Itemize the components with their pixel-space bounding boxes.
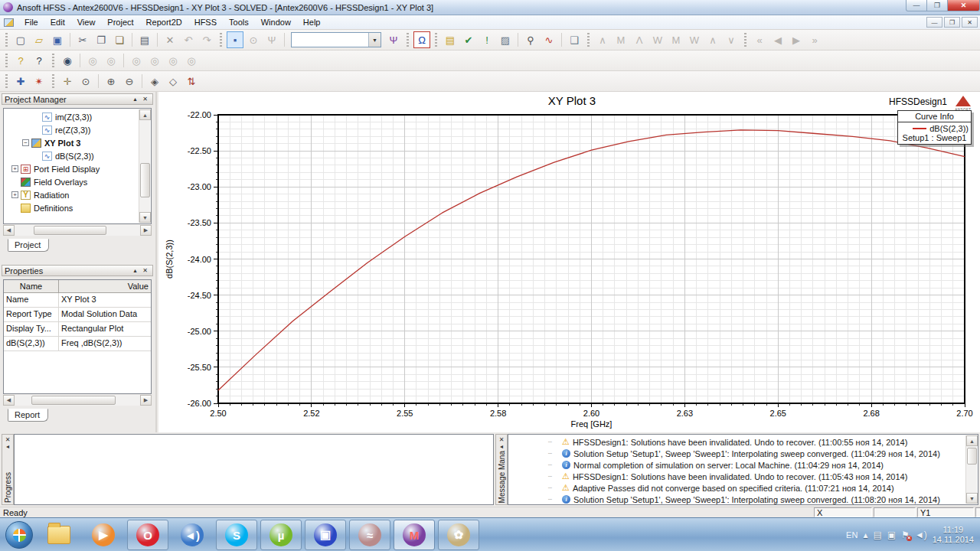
action-center-flag-icon[interactable]: ⚑✕ — [901, 530, 910, 540]
message-item[interactable]: ┄⚠HFSSDesign1: Solutions have been inval… — [508, 471, 978, 482]
message-item[interactable]: ┄iSolution Setup 'Setup1', Sweep 'Sweep1… — [508, 448, 978, 459]
tree-item-xy-plot-3[interactable]: −XY Plot 3 — [4, 136, 151, 149]
clipboard-tray-icon[interactable]: ▤ — [873, 530, 881, 540]
cut-button[interactable]: ✂ — [74, 31, 91, 48]
copy-button[interactable]: ❐ — [93, 31, 109, 48]
project-tree-vertical-scrollbar[interactable]: ▲ ▼ — [139, 109, 150, 223]
save-button[interactable]: ▣ — [49, 31, 66, 48]
menu-report2d[interactable]: Report2D — [140, 16, 188, 28]
project-tab[interactable]: Project — [8, 239, 49, 252]
utorrent-icon[interactable]: µ — [260, 520, 302, 550]
delete-button[interactable]: ✕ — [162, 31, 178, 48]
copy-image-button[interactable]: ❑ — [566, 31, 583, 48]
title-bar[interactable]: Ansoft HFSS - Antex2600V6 - HFSSDesign1 … — [0, 0, 980, 15]
model-view-button[interactable]: ▪ — [227, 31, 243, 48]
panel-close-icon[interactable]: ✕ — [499, 436, 505, 443]
orient-axes-button[interactable]: ⇅ — [183, 73, 200, 90]
panel-close-icon[interactable]: ✕ — [140, 96, 150, 103]
minimize-button[interactable]: — — [906, 0, 927, 11]
property-value-cell[interactable]: Modal Solution Data — [59, 308, 151, 321]
volume-app-icon[interactable]: ◄) — [172, 520, 213, 550]
menu-view[interactable]: View — [71, 16, 102, 28]
panel-close-icon[interactable]: ✕ — [140, 267, 150, 274]
print-button[interactable]: ▤ — [136, 31, 153, 48]
media-player-icon[interactable]: ▶ — [83, 520, 124, 550]
open-file-button[interactable]: ▱ — [31, 31, 47, 48]
validation-check-button[interactable]: ✔ — [460, 31, 477, 48]
opera-icon[interactable]: O — [127, 520, 168, 550]
tree-expander-icon[interactable]: + — [11, 191, 18, 198]
message-item[interactable]: ┄⚠HFSSDesign1: Solutions have been inval… — [508, 436, 978, 448]
menu-help[interactable]: Help — [297, 16, 327, 28]
tree-expander-icon[interactable]: − — [22, 139, 29, 146]
cables-app-icon[interactable]: ≈ — [349, 520, 390, 550]
fit-selection-button[interactable]: ◇ — [165, 73, 181, 90]
panel-close-icon[interactable]: ✕ — [5, 436, 11, 443]
child-close-button[interactable]: ✕ — [962, 17, 978, 28]
menu-edit[interactable]: Edit — [44, 16, 71, 28]
paint-app-icon[interactable]: ✿ — [438, 520, 479, 550]
property-row-display-ty[interactable]: Display Ty...Rectangular Plot — [4, 322, 151, 337]
zoom-out-button[interactable]: ⊖ — [121, 73, 138, 90]
pan-button[interactable]: ✛ — [59, 73, 76, 90]
explorer-icon[interactable] — [38, 520, 80, 550]
paste-button[interactable]: ❏ — [111, 31, 128, 48]
show-hidden-icons-button[interactable]: ▴ — [863, 530, 867, 540]
tree-item-port-field-display[interactable]: +⊞Port Field Display — [4, 162, 151, 175]
context-help-button[interactable]: ? — [31, 52, 47, 69]
panel-collapse-icon[interactable]: ◂ — [6, 443, 9, 450]
project-tree-horizontal-scrollbar[interactable]: ◀ ▶ — [3, 225, 152, 236]
backup-app-icon[interactable]: ▣ — [305, 520, 346, 550]
maximize-button[interactable]: ❐ — [927, 0, 948, 11]
message-item[interactable]: ┄⚠Adaptive Passes did not converge based… — [508, 482, 978, 494]
menu-window[interactable]: Window — [255, 16, 297, 28]
fit-all-button[interactable]: ◈ — [146, 73, 163, 90]
dynamic-help-button[interactable]: ? — [12, 52, 29, 69]
tree-item-radiation[interactable]: +YRadiation — [4, 188, 151, 201]
message-item[interactable]: ┄iSolution Setup 'Setup1', Sweep 'Sweep1… — [508, 494, 978, 505]
property-row-name[interactable]: NameXY Plot 3 — [4, 293, 151, 308]
message-item[interactable]: ┄iNormal completion of simulation on ser… — [508, 459, 978, 471]
panel-collapse-icon[interactable]: ▴ — [130, 96, 140, 103]
curve-info-legend[interactable]: Curve Info dB(S(2,3)) Setup1 : Sweep1 — [897, 110, 972, 145]
new-file-button[interactable]: ▢ — [12, 31, 29, 48]
material-select[interactable]: ▼ — [291, 32, 381, 47]
panel-collapse-icon[interactable]: ◂ — [500, 443, 503, 450]
property-value-cell[interactable]: Freq ,dB(S(2,3)) — [59, 337, 151, 350]
validate-button[interactable]: ▤ — [442, 31, 459, 48]
start-button[interactable] — [3, 520, 35, 550]
language-indicator[interactable]: EN — [846, 530, 858, 540]
menu-hfss[interactable]: HFSS — [188, 16, 223, 28]
hfss-app-icon[interactable]: M — [394, 520, 435, 550]
network-tray-icon[interactable]: ▣ — [887, 530, 896, 540]
show-results-button[interactable]: ∿ — [541, 31, 557, 48]
child-minimize-button[interactable]: — — [926, 17, 942, 28]
tree-expander-icon[interactable]: + — [11, 165, 18, 172]
skype-icon[interactable]: S — [216, 520, 257, 550]
show-messages-button[interactable]: ⚲ — [522, 31, 539, 48]
tree-item-db-s-2-3[interactable]: ∿dB(S(2,3)) — [4, 149, 151, 162]
property-row-db-s-2-3[interactable]: dB(S(2,3))Freq ,dB(S(2,3)) — [4, 337, 151, 351]
menu-project[interactable]: Project — [101, 16, 139, 28]
menu-file[interactable]: File — [18, 16, 44, 28]
tree-item-re-z-3-3[interactable]: ∿re(Z(3,3)) — [4, 123, 151, 136]
property-row-report-type[interactable]: Report TypeModal Solution Data — [4, 308, 151, 322]
report-tab[interactable]: Report — [8, 409, 48, 422]
tree-item-im-z-3-3[interactable]: ∿im(Z(3,3)) — [4, 110, 151, 123]
solution-type-button[interactable]: Ω — [413, 31, 430, 48]
analyze-all-button[interactable]: ! — [479, 31, 495, 48]
zoom-in-button[interactable]: ⊕ — [103, 73, 119, 90]
child-window-icon[interactable] — [4, 18, 14, 27]
close-button[interactable]: ✕ — [948, 0, 980, 11]
far-field-setup-button[interactable]: ✴ — [31, 73, 47, 90]
show-all-button[interactable]: ◉ — [59, 52, 76, 69]
tray-clock[interactable]: 11:19 14.11.2014 — [933, 525, 974, 545]
tree-item-field-overlays[interactable]: Field Overlays — [4, 175, 151, 188]
tree-item-definitions[interactable]: Definitions — [4, 201, 151, 214]
panel-collapse-icon[interactable]: ▴ — [130, 267, 140, 274]
rotate-view-button[interactable]: ⊙ — [77, 73, 94, 90]
property-value-cell[interactable]: Rectangular Plot — [59, 322, 151, 336]
dropdown-arrow-icon[interactable]: ▼ — [368, 33, 381, 47]
child-restore-button[interactable]: ❐ — [944, 17, 960, 28]
volume-tray-icon[interactable]: ◄) — [915, 530, 927, 540]
